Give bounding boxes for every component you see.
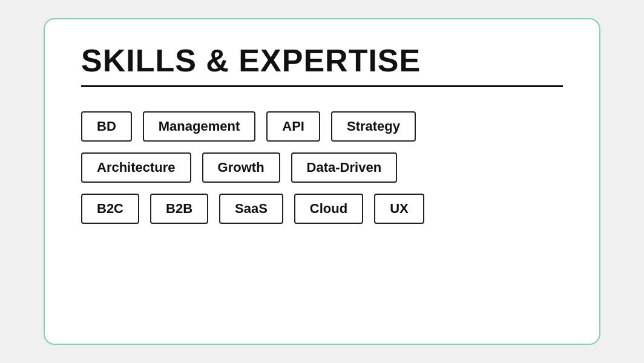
skill-tag-data-driven: Data-Driven	[291, 152, 397, 183]
skill-tag-management: Management	[143, 111, 255, 142]
skill-tag-cloud: Cloud	[294, 194, 363, 224]
title-section: SKILLS & EXPERTISE	[81, 44, 563, 87]
page-title: SKILLS & EXPERTISE	[81, 44, 563, 78]
skill-tag-growth: Growth	[202, 152, 280, 183]
skills-row-2: ArchitectureGrowthData-Driven	[81, 152, 424, 183]
title-divider	[81, 85, 563, 87]
skills-expertise-card: SKILLS & EXPERTISE BDManagementAPIStrate…	[44, 18, 600, 345]
skill-tag-ux: UX	[374, 194, 424, 224]
skill-tag-strategy: Strategy	[331, 111, 416, 142]
skill-tag-api: API	[266, 111, 320, 142]
skill-tag-b2c: B2C	[81, 194, 139, 224]
skill-tag-b2b: B2B	[150, 194, 208, 224]
skill-tag-bd: BD	[81, 111, 132, 142]
skill-tag-architecture: Architecture	[81, 152, 191, 183]
skill-tag-saas: SaaS	[219, 194, 283, 224]
skills-container: BDManagementAPIStrategyArchitectureGrowt…	[81, 111, 424, 224]
skills-row-3: B2CB2BSaaSCloudUX	[81, 194, 424, 224]
skills-row-1: BDManagementAPIStrategy	[81, 111, 424, 142]
